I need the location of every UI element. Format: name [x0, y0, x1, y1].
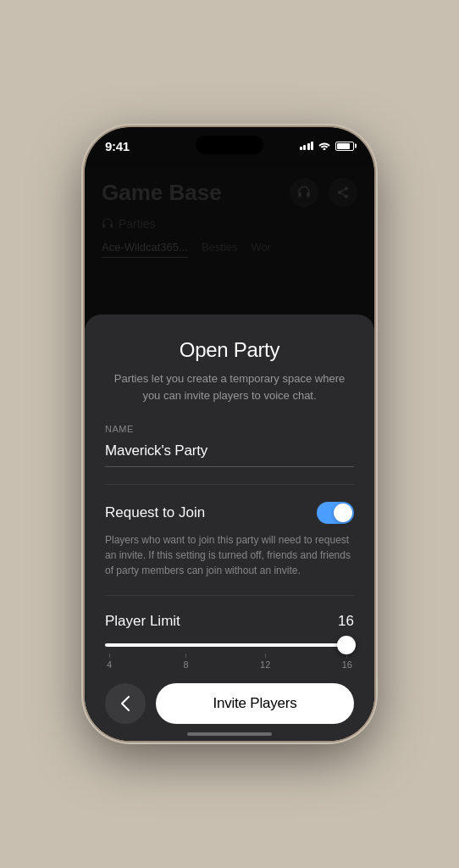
status-icons — [300, 140, 355, 153]
tick-12: 12 — [260, 654, 270, 670]
tick-8: 8 — [184, 654, 189, 670]
tick-4: 4 — [107, 654, 112, 670]
wifi-icon — [318, 140, 331, 153]
modal-subtitle: Parties let you create a temporary space… — [105, 370, 354, 403]
toggle-description: Players who want to join this party will… — [105, 532, 354, 578]
modal-sheet: Open Party Parties let you create a temp… — [85, 314, 374, 741]
player-limit-section: Player Limit 16 4 8 — [105, 613, 354, 670]
request-join-toggle[interactable] — [317, 502, 354, 524]
modal-title: Open Party — [105, 338, 354, 362]
slider-fill — [105, 643, 346, 647]
dynamic-island — [196, 136, 263, 154]
invite-button-label: Invite Players — [213, 695, 296, 712]
signal-icon — [300, 142, 314, 150]
player-limit-row: Player Limit 16 — [105, 613, 354, 630]
slider-track — [105, 643, 354, 647]
invite-players-button[interactable]: Invite Players — [156, 683, 354, 724]
phone-frame: 9:41 — [85, 127, 374, 741]
player-limit-label: Player Limit — [105, 613, 180, 630]
player-limit-value: 16 — [338, 613, 354, 630]
toggle-row: Request to Join — [105, 502, 354, 524]
battery-icon — [335, 142, 354, 151]
party-name-input[interactable] — [105, 439, 354, 467]
request-to-join-section: Request to Join Players who want to join… — [105, 502, 354, 578]
slider-thumb — [337, 636, 356, 654]
status-time: 9:41 — [105, 139, 130, 153]
player-limit-slider[interactable] — [105, 643, 354, 647]
toggle-label: Request to Join — [105, 504, 205, 521]
home-indicator — [187, 732, 272, 736]
tick-16: 16 — [342, 654, 352, 670]
slider-ticks: 4 8 12 16 — [105, 654, 354, 670]
name-label: Name — [105, 424, 354, 434]
bottom-actions: Invite Players — [105, 670, 354, 724]
back-button[interactable] — [105, 683, 146, 724]
phone-screen: 9:41 — [85, 127, 374, 741]
divider-1 — [105, 484, 354, 485]
name-field-section: Name — [105, 424, 354, 467]
divider-2 — [105, 595, 354, 596]
toggle-knob — [334, 504, 352, 522]
